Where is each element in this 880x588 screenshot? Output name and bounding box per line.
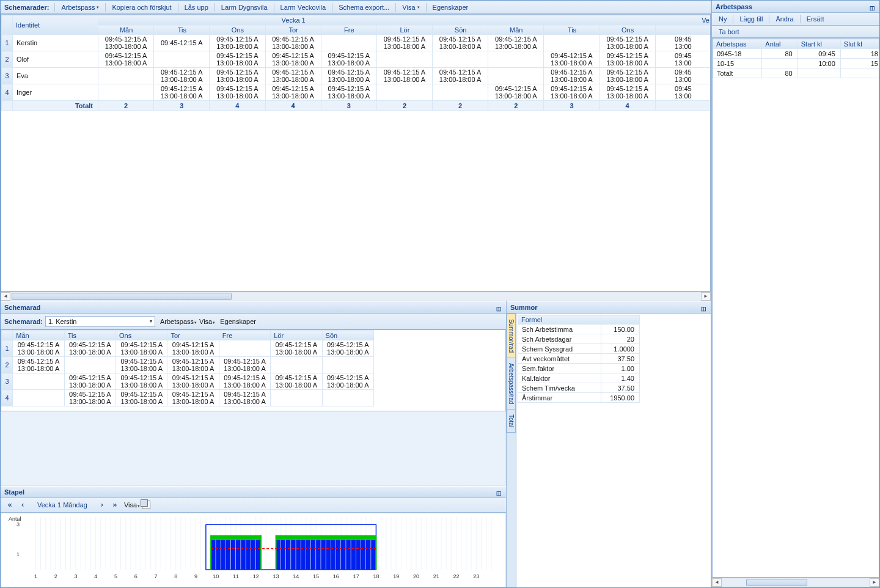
main-hscroll[interactable]: ◄ ► (1, 292, 711, 301)
btn-kopiera[interactable]: Kopiera och förskjut (108, 2, 175, 12)
svg-text:20: 20 (413, 573, 419, 579)
schemarad-visa[interactable]: Visa▾ (199, 318, 215, 325)
table-row[interactable]: 2Olof09:45-12:15 A13:00-18:00 A09:45-12:… (2, 51, 711, 68)
ap-tabort[interactable]: Ta bort (714, 27, 744, 37)
svg-rect-109 (311, 539, 316, 569)
svg-rect-123 (211, 535, 261, 539)
summor-tab-1[interactable]: Arbetspass/rad (507, 358, 516, 410)
nav-next-icon[interactable]: › (97, 499, 108, 510)
table-row: Kal.faktor1.40 (518, 373, 640, 383)
toolbar-label: Schemarader: (3, 4, 53, 11)
btn-larm-dygn[interactable]: Larm Dygnsvila (217, 2, 272, 12)
pin-icon[interactable] (701, 304, 707, 311)
svg-rect-95 (226, 539, 231, 569)
table-row[interactable]: 409:45-12:15 A13:00-18:00 A09:45-12:15 A… (2, 390, 374, 406)
svg-text:22: 22 (453, 573, 459, 579)
svg-rect-99 (246, 539, 251, 569)
svg-text:23: 23 (473, 573, 479, 579)
summor-tab-0[interactable]: Summor/rad (507, 314, 516, 358)
svg-text:19: 19 (393, 573, 399, 579)
svg-rect-106 (296, 539, 301, 569)
btn-lasupp[interactable]: Lås upp (180, 2, 213, 12)
svg-rect-108 (306, 539, 311, 569)
svg-rect-100 (251, 539, 256, 569)
svg-rect-105 (291, 539, 296, 569)
table-row: Avt veckomåttet37.50 (518, 354, 640, 364)
ap-hscroll[interactable]: ◄ ► (712, 578, 879, 587)
svg-rect-101 (256, 539, 261, 569)
btn-egenskaper[interactable]: Egenskaper (428, 2, 473, 12)
btn-larm-vecka[interactable]: Larm Veckovila (276, 2, 331, 12)
stapel-chart: 123456789101112131415161718192021222313A… (1, 513, 506, 588)
svg-rect-113 (331, 539, 336, 569)
btn-visa[interactable]: Visa▾ (398, 2, 424, 12)
btn-arbetspass[interactable]: Arbetspass▾ (57, 2, 103, 12)
svg-text:Antal: Antal (9, 516, 21, 522)
svg-text:1: 1 (16, 551, 20, 557)
svg-text:4: 4 (94, 573, 97, 579)
nav-last-icon[interactable]: » (109, 499, 120, 510)
table-row[interactable]: 10-1510:0015 (713, 59, 880, 68)
svg-rect-104 (286, 539, 291, 569)
svg-rect-119 (361, 539, 366, 569)
summor-tab-2[interactable]: Total (507, 409, 516, 433)
table-row: Sem.faktor1.00 (518, 364, 640, 373)
table-row: Schem Tim/vecka37.50 (518, 383, 640, 393)
schemarad-egenskaper[interactable]: Egenskaper (220, 318, 256, 325)
ap-ny[interactable]: Ny (714, 14, 731, 24)
svg-text:10: 10 (213, 573, 219, 579)
svg-rect-97 (236, 539, 241, 569)
svg-text:16: 16 (333, 573, 339, 579)
svg-text:8: 8 (174, 573, 177, 579)
svg-text:17: 17 (353, 573, 359, 579)
copy-icon[interactable] (142, 501, 150, 509)
schemarad-arbetspass[interactable]: Arbetspass▾ (160, 318, 197, 325)
svg-text:1: 1 (34, 573, 37, 579)
main-toolbar: Schemarader: Arbetspass▾ Kopiera och för… (1, 1, 711, 14)
pin-icon[interactable] (870, 4, 876, 10)
svg-text:15: 15 (313, 573, 319, 579)
svg-text:11: 11 (233, 573, 239, 579)
svg-text:9: 9 (194, 573, 197, 579)
pin-icon[interactable] (496, 304, 502, 311)
main-grid[interactable]: IdentitetVecka 1VeMånTisOnsTorFreLörSönM… (1, 14, 711, 292)
schemarad-combo[interactable]: 1. Kerstin▾ (45, 316, 155, 327)
svg-rect-116 (346, 539, 351, 569)
table-row: Årstimmar1950.00 (518, 393, 640, 403)
table-row: Schem Syssgrad1.0000 (518, 344, 640, 354)
arbetspass-title: Arbetspass (712, 1, 879, 13)
schemarad-title: Schemarad (1, 301, 506, 314)
svg-text:13: 13 (273, 573, 279, 579)
schemarad-grid[interactable]: MånTisOnsTorFreLörSön109:45-12:15 A13:00… (1, 329, 506, 411)
svg-rect-110 (316, 539, 321, 569)
svg-rect-115 (341, 539, 346, 569)
svg-rect-121 (371, 539, 376, 569)
svg-rect-118 (356, 539, 361, 569)
svg-rect-120 (366, 539, 371, 569)
table-row[interactable]: 109:45-12:15 A13:00-18:00 A09:45-12:15 A… (2, 340, 374, 357)
ap-andra[interactable]: Ändra (771, 14, 798, 24)
svg-text:6: 6 (134, 573, 138, 579)
table-row[interactable]: 4Inger09:45-12:15 A13:00-18:00 A09:45-12… (2, 84, 711, 101)
ap-ersatt[interactable]: Ersätt (802, 14, 829, 24)
svg-rect-114 (336, 539, 341, 569)
pin-icon[interactable] (496, 489, 502, 495)
ap-laggtill[interactable]: Lägg till (735, 14, 767, 24)
table-row[interactable]: 1Kerstin09:45-12:15 A13:00-18:00 A09:45-… (2, 35, 711, 51)
table-row[interactable]: 309:45-12:15 A13:00-18:00 A09:45-12:15 A… (2, 373, 374, 390)
schemarad-label: Schemarad: (4, 318, 43, 325)
svg-text:2: 2 (54, 573, 57, 579)
nav-prev-icon[interactable]: ‹ (17, 499, 28, 510)
nav-first-icon[interactable]: « (4, 499, 15, 510)
table-row[interactable]: 3Eva09:45-12:15 A13:00-18:00 A09:45-12:1… (2, 68, 711, 84)
svg-rect-93 (216, 539, 221, 569)
btn-schema-export[interactable]: Schema export... (334, 2, 394, 12)
svg-rect-107 (301, 539, 306, 569)
svg-text:5: 5 (114, 573, 117, 579)
table-row[interactable]: 0945-188009:4518 (713, 49, 880, 59)
table-row[interactable]: 209:45-12:15 A13:00-18:00 A09:45-12:15 A… (2, 357, 374, 373)
arbetspass-grid[interactable]: ArbetspasAntalStart klSlut kl0945-188009… (712, 38, 879, 578)
table-row: Sch Arbetsdagar20 (518, 334, 640, 344)
svg-text:18: 18 (373, 573, 379, 579)
stapel-visa[interactable]: Visa▾ (124, 501, 140, 509)
